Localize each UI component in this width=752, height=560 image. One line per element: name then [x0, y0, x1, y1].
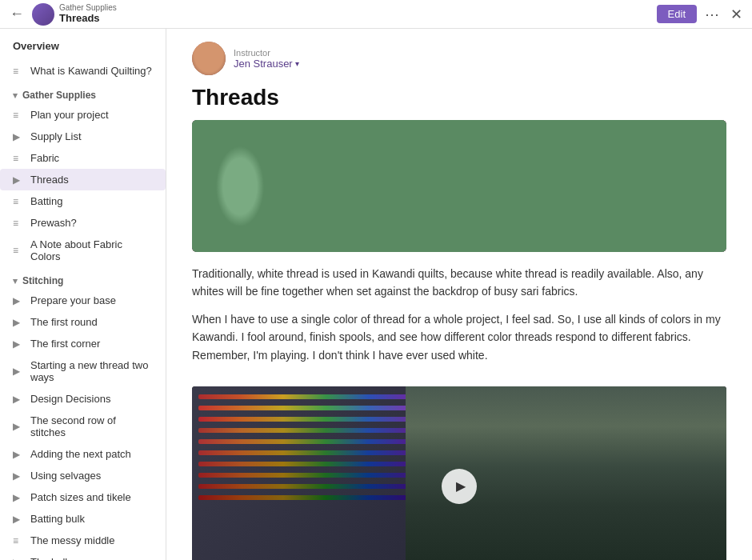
close-button[interactable]: ✕ — [727, 4, 746, 25]
instructor-bar: Instructor Jen Strauser ▾ — [166, 29, 752, 82]
sidebar-item-first-corner[interactable]: ▶ The first corner — [0, 333, 166, 354]
sidebar-item-label: What is Kawandi Quilting? — [30, 65, 152, 77]
play-icon: ▶ — [13, 421, 24, 432]
topbar-subtitle: Gather Supplies — [59, 3, 117, 12]
sidebar-item-label: Fabric — [30, 152, 59, 164]
hero-image — [192, 120, 726, 252]
content-area: Instructor Jen Strauser ▾ Threads Tradit… — [166, 29, 752, 560]
video-player[interactable] — [192, 386, 726, 560]
sidebar-item-plan-project[interactable]: ≡ Plan your project — [0, 104, 166, 126]
sidebar-item-label: The messy middle — [30, 534, 114, 546]
text-icon: ≡ — [13, 110, 24, 121]
topbar-left: ← Gather Supplies Threads — [6, 3, 117, 26]
main-content: Instructor Jen Strauser ▾ Threads Tradit… — [166, 29, 752, 560]
thread-rack-5 — [198, 439, 410, 444]
content-title: Threads — [166, 82, 752, 120]
thread-rack-9 — [198, 484, 410, 489]
play-icon: ▶ — [13, 131, 24, 142]
sidebar-item-label: The first round — [30, 316, 98, 328]
sidebar-item-label: The belly — [30, 556, 73, 560]
play-button[interactable] — [442, 469, 477, 504]
sidebar-item-label: Prepare your base — [30, 294, 116, 306]
play-icon: ▶ — [13, 470, 24, 482]
app-icon — [32, 3, 54, 26]
thread-rack-8 — [198, 473, 410, 478]
chevron-down-icon: ▾ — [13, 90, 18, 101]
sidebar-item-label: Patch sizes and tikele — [30, 491, 131, 503]
sidebar-item-patch-sizes[interactable]: ▶ Patch sizes and tikele — [0, 486, 166, 508]
instructor-name[interactable]: Jen Strauser ▾ — [234, 58, 299, 70]
sidebar-overview-label: Overview — [0, 29, 166, 60]
sidebar-item-prewash[interactable]: ≡ Prewash? — [0, 212, 166, 234]
topbar-title: Threads — [59, 12, 117, 25]
section-label: Stitching — [22, 275, 63, 286]
play-icon: ▶ — [13, 317, 24, 328]
instructor-info: Instructor Jen Strauser ▾ — [234, 48, 299, 70]
sidebar-item-prepare-base[interactable]: ▶ Prepare your base — [0, 290, 166, 311]
topbar-titles: Gather Supplies Threads — [59, 3, 117, 25]
play-icon: ▶ — [13, 449, 24, 460]
paragraph-1: Traditionally, white thread is used in K… — [192, 265, 726, 301]
sidebar-item-new-thread[interactable]: ▶ Starting a new thread two ways — [0, 354, 166, 388]
topbar: ← Gather Supplies Threads Edit ⋯ ✕ — [0, 0, 752, 29]
video-left-panel — [192, 386, 417, 560]
play-icon: ▶ — [13, 514, 24, 525]
sidebar-item-batting[interactable]: ≡ Batting — [0, 190, 166, 212]
sidebar-item-design-decisions[interactable]: ▶ Design Decisions — [0, 388, 166, 410]
thread-rack-10 — [198, 495, 410, 500]
sidebar-item-next-patch[interactable]: ▶ Adding the next patch — [0, 443, 166, 465]
avatar-face — [192, 42, 226, 75]
sidebar-item-belly[interactable]: ▶ The belly — [0, 551, 166, 560]
topbar-right: Edit ⋯ ✕ — [657, 4, 746, 25]
sidebar-item-fabric-colors[interactable]: ≡ A Note about Fabric Colors — [0, 234, 166, 267]
sidebar-item-fabric[interactable]: ≡ Fabric — [0, 147, 166, 169]
sidebar-item-messy-middle[interactable]: ≡ The messy middle — [0, 530, 166, 551]
sidebar-item-label: Adding the next patch — [30, 448, 131, 460]
sidebar-section-stitching[interactable]: ▾ Stitching — [0, 267, 166, 290]
sidebar-item-label: Batting bulk — [30, 513, 85, 525]
thread-rack-2 — [198, 406, 410, 410]
thread-rack-3 — [198, 417, 410, 422]
sidebar-item-selvages[interactable]: ▶ Using selvages — [0, 465, 166, 486]
sidebar: Overview ≡ What is Kawandi Quilting? ▾ G… — [0, 29, 166, 560]
play-icon: ▶ — [13, 557, 24, 561]
thread-rack-6 — [198, 450, 410, 455]
sidebar-item-label: Prewash? — [30, 217, 77, 229]
text-icon: ≡ — [13, 153, 24, 164]
play-icon: ▶ — [13, 492, 24, 503]
text-icon: ≡ — [13, 66, 24, 77]
sidebar-item-what-is[interactable]: ≡ What is Kawandi Quilting? — [0, 60, 166, 82]
layout: Overview ≡ What is Kawandi Quilting? ▾ G… — [0, 29, 752, 560]
thread-rack-4 — [198, 428, 410, 433]
sidebar-item-threads[interactable]: ▶ Threads — [0, 169, 166, 190]
instructor-label: Instructor — [234, 48, 299, 58]
play-icon: ▶ — [13, 366, 24, 377]
sidebar-item-label: The first corner — [30, 338, 100, 350]
sidebar-item-label: Design Decisions — [30, 393, 110, 405]
text-icon: ≡ — [13, 218, 24, 229]
play-icon: ▶ — [13, 295, 24, 306]
content-text: Traditionally, white thread is used in K… — [166, 252, 752, 386]
caret-icon: ▾ — [295, 59, 299, 68]
thread-rack-1 — [198, 394, 410, 399]
text-icon: ≡ — [13, 535, 24, 546]
sidebar-item-supply-list[interactable]: ▶ Supply List — [0, 126, 166, 147]
chevron-down-icon: ▾ — [13, 276, 18, 286]
sidebar-item-second-row[interactable]: ▶ The second row of stitches — [0, 410, 166, 443]
sidebar-item-batting-bulk[interactable]: ▶ Batting bulk — [0, 508, 166, 530]
edit-button[interactable]: Edit — [657, 5, 697, 23]
sidebar-item-label: Using selvages — [30, 470, 101, 482]
sidebar-item-label: Batting — [30, 195, 62, 207]
sidebar-item-first-round[interactable]: ▶ The first round — [0, 311, 166, 333]
sidebar-item-label: Threads — [30, 174, 69, 186]
section-label: Gather Supplies — [22, 90, 96, 101]
sidebar-item-label: The second row of stitches — [30, 414, 153, 438]
avatar — [192, 42, 226, 75]
thread-rack-7 — [198, 462, 410, 466]
text-icon: ≡ — [13, 196, 24, 207]
play-icon: ▶ — [13, 338, 24, 350]
sidebar-item-label: Supply List — [30, 130, 82, 142]
more-button[interactable]: ⋯ — [702, 4, 722, 25]
sidebar-section-gather-supplies[interactable]: ▾ Gather Supplies — [0, 82, 166, 104]
back-button[interactable]: ← — [6, 4, 27, 24]
